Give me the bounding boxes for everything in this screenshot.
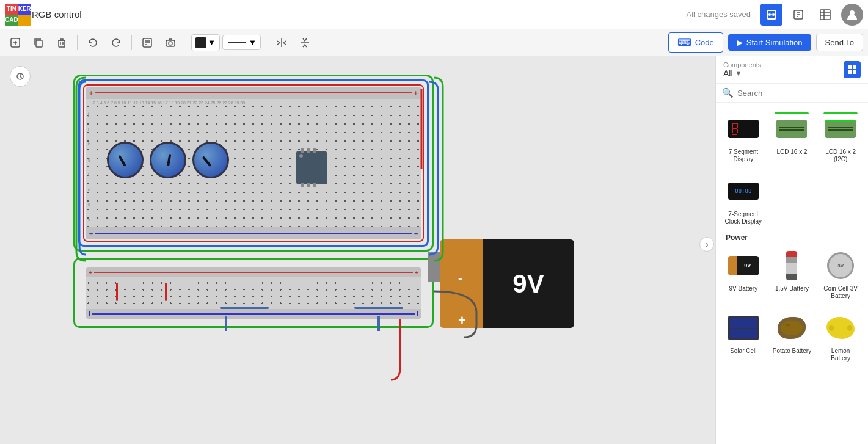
grid-view-toggle[interactable] — [844, 61, 861, 78]
rail-red-line-top — [95, 92, 411, 93]
rail-minus-bot-r: – — [414, 230, 418, 237]
knob-1[interactable] — [107, 142, 144, 178]
save-status: All changes saved — [686, 10, 751, 19]
user-avatar-btn[interactable] — [841, 4, 863, 26]
new-btn[interactable] — [5, 32, 26, 53]
bb2-wire-red1 — [116, 283, 118, 301]
svg-rect-16 — [36, 40, 42, 47]
toolbar: ▼ ▼ ⌨ Code ▶ Start Simulation Send To — [0, 29, 868, 56]
lemon-thumb-img — [826, 317, 855, 339]
rail-plus-top-r: + — [414, 89, 418, 96]
send-label: Send To — [825, 38, 854, 47]
flip-v-btn[interactable] — [294, 32, 315, 53]
comp-name-lcd16x2i2c: LCD 16 x 2 (I2C) — [821, 148, 860, 163]
right-panel: Components All ▼ 🔍 — [715, 56, 868, 444]
comp-name-lcd16x2: LCD 16 x 2 — [776, 148, 807, 156]
comp-name-9vbatt: 9V Battery — [729, 285, 757, 293]
components-filter-select[interactable]: All — [723, 68, 733, 78]
comp-item-lemon[interactable]: Lemon Battery — [818, 307, 863, 366]
comp-item-9vbatt[interactable]: 9V 9V Battery — [721, 244, 766, 304]
1v5batt-thumb-img — [786, 251, 797, 280]
code-label: Code — [695, 38, 714, 47]
delete-btn[interactable] — [51, 32, 72, 53]
main-area: + + – – 2 3 4 5 6 7 8 9 10 11 12 13 14 1… — [0, 56, 868, 444]
comp-thumb-1v5batt — [775, 249, 809, 283]
start-simulation-btn[interactable]: ▶ Start Simulation — [728, 34, 811, 51]
comp-thumb-9vbatt: 9V — [726, 249, 760, 283]
start-label: Start Simulation — [746, 38, 803, 47]
search-box: 🔍 — [716, 84, 868, 103]
note-btn[interactable] — [137, 32, 158, 53]
comp-item-7segclock[interactable]: 88:88 7-Segment Clock Display — [721, 170, 766, 230]
color-picker-btn[interactable]: ▼ — [191, 34, 220, 51]
logo-ker: KER — [18, 4, 31, 15]
power-items-grid: 9V 9V Battery 1.5V Battery 3V Coin C — [721, 244, 863, 304]
comp-item-lcd16x2[interactable]: LCD 16 x 2 — [770, 107, 815, 167]
battery-voltage-label: 9V — [512, 269, 544, 299]
canvas-area[interactable]: + + – – 2 3 4 5 6 7 8 9 10 11 12 13 14 1… — [0, 56, 715, 444]
bb2-blue-bar2 — [354, 307, 403, 309]
bottom-rail: – – — [86, 227, 421, 239]
circuit-view-btn[interactable] — [760, 4, 782, 26]
knob-2[interactable] — [150, 142, 186, 178]
panel-chevron[interactable]: › — [699, 237, 714, 252]
bb2-blue-bar — [220, 307, 269, 309]
undo-btn[interactable] — [82, 32, 103, 53]
bb2-top-rail: + + — [86, 267, 421, 277]
line-style-btn[interactable]: ▼ — [222, 35, 261, 50]
comp-name-potato: Potato Battery — [773, 348, 811, 355]
breadboard-main[interactable]: + + – – 2 3 4 5 6 7 8 9 10 11 12 13 14 1… — [86, 87, 421, 239]
battery-9v-component[interactable]: - + 9V — [428, 233, 574, 331]
svg-point-41 — [781, 321, 803, 335]
rail-blue-line-bot — [95, 233, 412, 234]
comp-item-coincell[interactable]: 3V Coin Cell 3V Battery — [818, 244, 863, 304]
comp-item-1v5batt[interactable]: 1.5V Battery — [770, 244, 815, 304]
breadboard-secondary[interactable]: + + l l — [86, 267, 421, 319]
logo-dot — [18, 15, 31, 26]
tinkercad-logo[interactable]: TIN KER CAD — [5, 4, 27, 26]
svg-rect-32 — [853, 70, 856, 74]
knob3-mark — [202, 156, 212, 167]
schematic-view-btn[interactable] — [787, 4, 809, 26]
comp-thumb-lcd16x2i2c — [823, 112, 858, 146]
comp-item-lcd16x2i2c[interactable]: LCD 16 x 2 (I2C) — [818, 107, 863, 167]
flip-h-btn[interactable] — [271, 32, 292, 53]
battery-minus-terminal: - — [458, 271, 462, 285]
copy-btn[interactable] — [28, 32, 49, 53]
comp-item-solar[interactable]: Solar Cell — [721, 307, 766, 366]
knob2-mark — [167, 154, 171, 166]
code-btn[interactable]: ⌨ Code — [668, 32, 723, 53]
bb2-dots — [86, 277, 421, 309]
9vbatt-thumb-img: 9V — [728, 256, 759, 275]
line-preview — [228, 42, 246, 43]
blue-wire-right — [429, 82, 438, 255]
components-list: 7 Segment Display LCD 16 x 2 — [716, 103, 868, 444]
comp-name-7seg: 7 Segment Display — [724, 148, 763, 163]
camera-btn[interactable] — [160, 32, 181, 53]
search-input[interactable] — [737, 89, 862, 98]
table-view-btn[interactable] — [814, 4, 836, 26]
svg-rect-31 — [848, 70, 852, 74]
svg-rect-40 — [737, 129, 738, 133]
comp-item-7seg[interactable]: 7 Segment Display — [721, 107, 766, 167]
coincell-thumb-img: 3V — [827, 252, 854, 279]
battery-connector — [428, 252, 441, 282]
svg-rect-37 — [732, 123, 733, 128]
comp-item-potato[interactable]: Potato Battery — [770, 307, 815, 366]
knob-3[interactable] — [192, 142, 229, 178]
ic-component[interactable] — [296, 151, 327, 184]
rail-minus-bot: – — [89, 230, 93, 237]
comp-name-1v5batt: 1.5V Battery — [775, 285, 809, 293]
right-tools: ⌨ Code ▶ Start Simulation Send To — [668, 32, 863, 53]
rotate-view-btn[interactable] — [10, 66, 31, 87]
filter-dropdown-icon[interactable]: ▼ — [735, 70, 742, 77]
comp-thumb-7segclock: 88:88 — [726, 174, 760, 208]
logo-tin: TIN — [5, 4, 18, 15]
components-label-group: Components All ▼ — [723, 61, 761, 78]
redo-btn[interactable] — [106, 32, 126, 53]
color-dropdown-icon: ▼ — [208, 38, 216, 47]
send-to-btn[interactable]: Send To — [816, 34, 863, 51]
search-icon: 🔍 — [722, 87, 734, 98]
color-swatch — [195, 37, 206, 48]
bb2-bottom-rail: l l — [86, 309, 421, 319]
